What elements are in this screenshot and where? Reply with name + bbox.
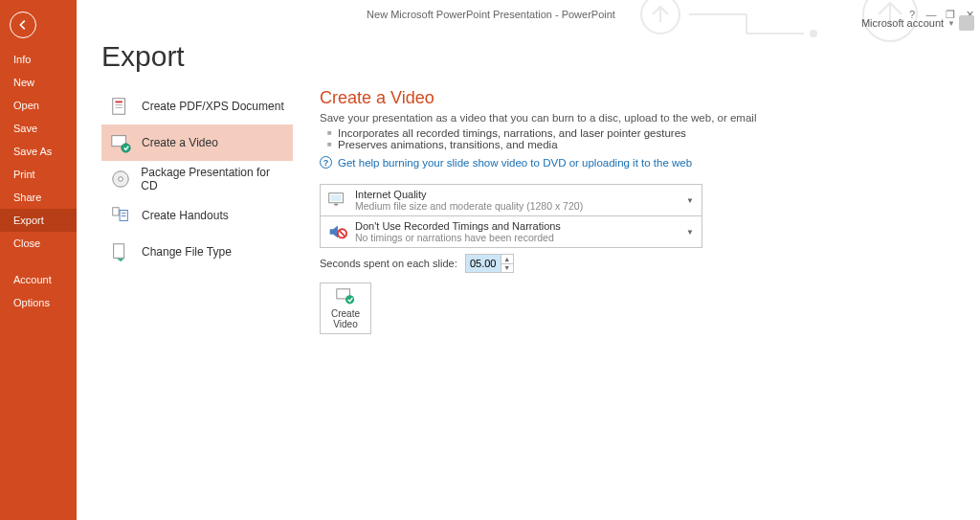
export-options-list: Create PDF/XPS Document Create a Video P…	[101, 88, 293, 334]
handouts-icon	[109, 204, 132, 227]
filetype-icon	[109, 240, 132, 263]
monitor-icon	[326, 190, 347, 211]
sidebar-item-export[interactable]: Export	[0, 209, 77, 232]
timings-title: Don't Use Recorded Timings and Narration…	[355, 220, 686, 232]
timings-dropdown[interactable]: Don't Use Recorded Timings and Narration…	[320, 216, 702, 248]
export-filetype-label: Change File Type	[142, 245, 232, 259]
spinner-up[interactable]: ▲	[501, 255, 513, 263]
back-button[interactable]	[10, 11, 36, 38]
help-link-text: Get help burning your slide show video t…	[338, 157, 692, 169]
sidebar-item-account[interactable]: Account	[0, 268, 77, 291]
quality-title: Internet Quality	[355, 189, 686, 200]
create-video-label-1: Create	[331, 308, 360, 319]
window-title: New Microsoft PowerPoint Presentation - …	[77, 9, 905, 20]
export-pdfxps[interactable]: Create PDF/XPS Document	[101, 88, 293, 124]
chevron-down-icon: ▼	[686, 228, 694, 237]
create-video-label-2: Video	[333, 319, 357, 329]
svg-point-21	[345, 295, 354, 304]
export-handouts-label: Create Handouts	[142, 209, 229, 222]
pdf-icon	[109, 95, 132, 118]
export-pdfxps-label: Create PDF/XPS Document	[142, 100, 284, 113]
backstage-sidebar: Info New Open Save Save As Print Share E…	[0, 0, 77, 520]
sidebar-item-share[interactable]: Share	[0, 186, 77, 209]
back-arrow-icon	[16, 18, 30, 32]
seconds-per-slide-row: Seconds spent on each slide: ▲ ▼	[320, 254, 961, 273]
sidebar-item-saveas[interactable]: Save As	[0, 140, 77, 163]
export-video-label: Create a Video	[142, 136, 218, 149]
quality-sub: Medium file size and moderate quality (1…	[355, 200, 686, 212]
timings-sub: No timings or narrations have been recor…	[355, 232, 686, 243]
account-label: Microsoft account	[861, 17, 944, 29]
help-question-icon: ?	[320, 156, 332, 169]
export-detail-pane: Create a Video Save your presentation as…	[320, 88, 961, 334]
svg-rect-11	[113, 208, 119, 215]
svg-rect-14	[122, 215, 126, 216]
chevron-down-icon: ▼	[686, 196, 694, 205]
create-video-button[interactable]: Create Video	[320, 283, 371, 334]
svg-rect-4	[116, 102, 122, 103]
narration-off-icon	[326, 221, 347, 242]
svg-rect-15	[114, 244, 124, 259]
quality-dropdown[interactable]: Internet Quality Medium file size and mo…	[320, 184, 702, 216]
svg-rect-6	[116, 107, 122, 108]
title-bar: New Microsoft PowerPoint Presentation - …	[77, 0, 980, 29]
sidebar-item-open[interactable]: Open	[0, 94, 77, 117]
svg-point-8	[122, 144, 130, 152]
chevron-down-icon: ▼	[947, 19, 955, 28]
detail-bullet-list: Incorporates all recorded timings, narra…	[327, 127, 961, 150]
sidebar-item-print[interactable]: Print	[0, 163, 77, 186]
sidebar-item-options[interactable]: Options	[0, 291, 77, 314]
page-title: Export	[101, 40, 961, 73]
svg-rect-13	[122, 213, 126, 214]
export-cd-label: Package Presentation for CD	[141, 166, 285, 192]
export-filetype[interactable]: Change File Type	[101, 234, 293, 270]
sidebar-item-new[interactable]: New	[0, 71, 77, 94]
main-content: Export Create PDF/XPS Document Create a …	[77, 29, 980, 520]
export-handouts[interactable]: Create Handouts	[101, 197, 293, 234]
export-cd[interactable]: Package Presentation for CD	[101, 161, 293, 197]
sidebar-item-save[interactable]: Save	[0, 117, 77, 140]
svg-rect-18	[334, 204, 338, 206]
svg-rect-3	[113, 99, 125, 115]
detail-description: Save your presentation as a video that y…	[320, 112, 961, 124]
detail-heading: Create a Video	[320, 88, 961, 108]
spinner-down[interactable]: ▼	[501, 263, 513, 272]
cd-icon	[109, 168, 131, 191]
svg-point-10	[118, 177, 122, 182]
help-link[interactable]: ? Get help burning your slide show video…	[320, 156, 961, 169]
video-icon	[109, 131, 132, 154]
sidebar-item-close[interactable]: Close	[0, 232, 77, 255]
bullet-item: Preserves animations, transitions, and m…	[327, 139, 961, 150]
bullet-item: Incorporates all recorded timings, narra…	[327, 127, 961, 139]
seconds-spinner[interactable]: ▲ ▼	[465, 254, 514, 273]
seconds-label: Seconds spent on each slide:	[320, 258, 457, 269]
create-video-icon	[335, 287, 356, 306]
seconds-input[interactable]	[466, 255, 501, 272]
svg-rect-5	[116, 104, 122, 105]
export-video[interactable]: Create a Video	[101, 124, 293, 161]
svg-rect-17	[331, 195, 342, 201]
sidebar-item-info[interactable]: Info	[0, 48, 77, 71]
video-settings: Internet Quality Medium file size and mo…	[320, 184, 702, 248]
